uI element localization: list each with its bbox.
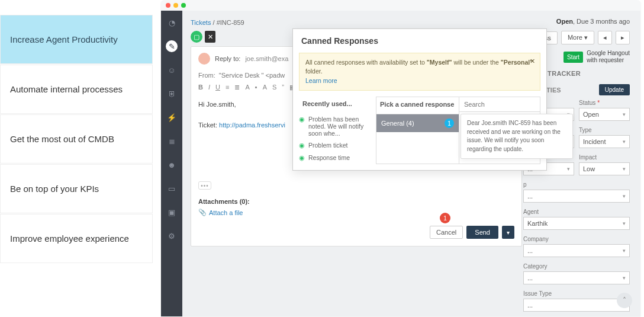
nav-stack-icon[interactable]: ≣ — [166, 135, 178, 147]
agent-dropdown[interactable]: Karthik▾ — [523, 217, 630, 230]
color-icon[interactable]: ▪ — [255, 84, 257, 91]
nav-dashboard-icon[interactable]: ◔ — [166, 17, 178, 28]
nav-book-icon[interactable]: ▭ — [166, 182, 178, 194]
company-dropdown[interactable]: ...▾ — [523, 244, 630, 257]
numlist-icon[interactable]: ≣ — [234, 84, 240, 91]
list-icon[interactable]: ≡ — [226, 84, 229, 91]
minimize-dot[interactable] — [173, 3, 178, 8]
check-icon: ◉ — [299, 154, 305, 162]
more-button[interactable]: More ▾ — [561, 31, 594, 44]
close-dot[interactable] — [166, 3, 170, 8]
next-ticket-button[interactable]: ▸ — [616, 31, 630, 44]
cancel-button[interactable]: Cancel — [430, 226, 463, 239]
check-icon: ◉ — [299, 116, 305, 123]
nav-user-icon[interactable]: ☻ — [166, 159, 178, 171]
underline-icon[interactable]: U — [215, 84, 220, 91]
feature-tabs: Increase Agent Productivity Automate int… — [0, 15, 153, 264]
step-badge: 1 — [445, 119, 454, 128]
issuetype-dropdown[interactable]: ...▾ — [523, 299, 630, 312]
category-column: Pick a canned response General (4) 1 — [376, 97, 459, 164]
chip-close-icon[interactable]: ✕ — [205, 31, 215, 43]
from-label: From: — [198, 72, 215, 79]
category-dropdown[interactable]: ...▾ — [523, 271, 630, 284]
hangout-line2: with requester — [587, 57, 630, 64]
prev-ticket-button[interactable]: ◂ — [598, 31, 612, 44]
ticket-label: Ticket: — [198, 121, 217, 129]
recent-item[interactable]: ◉Problem ticket — [299, 139, 376, 152]
link-icon[interactable]: A — [245, 84, 249, 91]
hangout-line1: Google Hangout — [587, 50, 630, 57]
tab-kpis[interactable]: Be on top of your KPIs — [0, 164, 153, 213]
nav-bolt-icon[interactable]: ⚡ — [166, 111, 178, 123]
breadcrumb-root[interactable]: Tickets — [191, 19, 211, 26]
hangout-widget: Start Google Hangoutwith requester — [564, 50, 630, 64]
side-nav: ◔ ✎ ☺ ⛨ ⚡ ≣ ☻ ▭ ▣ ⚙ — [161, 11, 182, 316]
tab-productivity[interactable]: Increase Agent Productivity — [0, 15, 153, 64]
pick-heading: Pick a canned response — [376, 97, 459, 114]
tab-cmdb[interactable]: Get the most out of CMDB — [0, 114, 153, 164]
recent-column: Recently used... ◉Problem has been noted… — [299, 97, 376, 164]
status-label: Status — [579, 100, 630, 106]
update-button[interactable]: Update — [599, 84, 630, 95]
status-dropdown[interactable]: Open▾ — [579, 108, 630, 121]
partial-label-p: p — [523, 181, 630, 188]
nav-tickets-icon[interactable]: ✎ — [166, 40, 178, 52]
nav-settings-icon[interactable]: ⚙ — [166, 230, 178, 242]
breadcrumb-id: #INC-859 — [217, 19, 244, 26]
maximize-dot[interactable] — [181, 3, 186, 8]
ticket-channel-icon: ▢ — [191, 31, 202, 43]
app-window: ◔ ✎ ☺ ⛨ ⚡ ≣ ☻ ▭ ▣ ⚙ Tickets / #INC-859 O… — [161, 0, 640, 316]
bold-icon[interactable]: B — [198, 84, 203, 91]
tab-automate[interactable]: Automate internal processes — [0, 65, 153, 114]
search-input[interactable] — [459, 97, 540, 112]
category-label: Category — [523, 263, 630, 270]
impact-label: Impact — [579, 154, 630, 161]
category-general[interactable]: General (4) 1 — [376, 114, 459, 132]
reply-label: Reply to: — [215, 55, 240, 62]
nav-bot-icon[interactable]: ☺ — [166, 64, 178, 76]
window-traffic-lights — [161, 0, 640, 11]
dd-p[interactable]: ...▾ — [523, 190, 630, 203]
modal-banner: All canned responses with availability s… — [299, 53, 540, 91]
ticket-state: Open — [556, 18, 573, 25]
step-badge-1: 1 — [440, 213, 450, 223]
issuetype-label: Issue Type — [523, 290, 630, 297]
reply-to: joe.smith@exa — [245, 55, 288, 62]
attachments-header: Attachments (0): — [198, 198, 514, 205]
tab-employee[interactable]: Improve employee experience — [0, 214, 153, 263]
breadcrumb: Tickets / #INC-859 — [191, 19, 244, 26]
align-icon[interactable]: A — [263, 84, 267, 91]
hangout-start-button[interactable]: Start — [564, 52, 583, 63]
agent-label: Agent — [523, 209, 630, 215]
ticket-link[interactable]: http://padma.freshservi — [219, 121, 285, 129]
scroll-top-button[interactable]: ˄ — [617, 293, 632, 308]
recent-heading: Recently used... — [299, 97, 376, 113]
check-icon: ◉ — [299, 142, 305, 149]
response-preview-tooltip: Dear Joe.smith INC-859 has been received… — [461, 114, 573, 159]
italic-icon[interactable]: I — [208, 84, 210, 91]
type-label: Type — [579, 127, 630, 133]
send-caret-button[interactable]: ▾ — [502, 226, 514, 239]
send-button[interactable]: Send — [466, 226, 498, 239]
from-value: "Service Desk " <padw — [219, 72, 285, 79]
strike-icon[interactable]: S — [272, 84, 276, 91]
recent-item[interactable]: ◉Problem has been noted. We will notify … — [299, 113, 376, 139]
more-menu-icon[interactable]: ••• — [198, 181, 211, 190]
learn-more-link[interactable]: Learn more — [305, 76, 534, 85]
content-area: Tickets / #INC-859 Open, Due 3 months ag… — [182, 11, 640, 316]
impact-dropdown[interactable]: Low▾ — [579, 162, 630, 175]
paperclip-icon: 📎 — [198, 209, 207, 216]
company-label: Company — [523, 236, 630, 242]
nav-screen-icon[interactable]: ▣ — [166, 206, 178, 218]
ticket-due: Due 3 months ago — [577, 18, 630, 25]
nav-shield-icon[interactable]: ⛨ — [166, 88, 178, 100]
attach-file-link[interactable]: 📎 Attach a file — [198, 209, 514, 216]
type-dropdown[interactable]: Incident▾ — [579, 135, 630, 148]
modal-title: Canned Responses — [293, 29, 546, 53]
recent-item[interactable]: ◉Response time — [299, 152, 376, 164]
avatar — [198, 53, 210, 65]
status-bar: Open, Due 3 months ago — [556, 18, 630, 25]
banner-close-icon[interactable]: ✕ — [530, 57, 535, 66]
quote-icon[interactable]: ” — [282, 84, 284, 91]
